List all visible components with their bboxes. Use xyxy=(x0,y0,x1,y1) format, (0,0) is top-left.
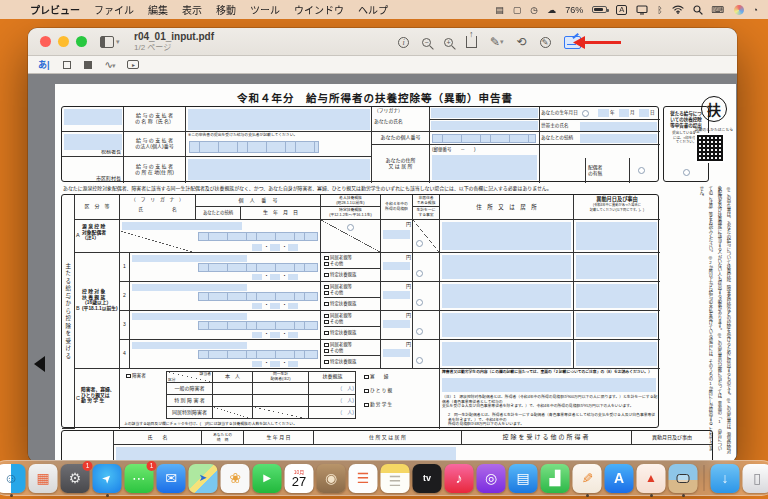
dock-pages[interactable]: ✎ xyxy=(573,464,602,493)
b-number-field[interactable] xyxy=(198,263,318,272)
document-area[interactable]: 令和４年分 給与所得者の扶養控除等（異動）申告書 所轄税務署長等 税務署長 市区… xyxy=(28,74,737,462)
b-birth-f[interactable] xyxy=(288,303,298,309)
checkbox-tokutei[interactable] xyxy=(324,302,329,307)
a-birth3[interactable] xyxy=(288,244,298,251)
rotate-button[interactable]: ⟲ xyxy=(517,35,527,49)
field-your-number[interactable] xyxy=(432,134,536,144)
menu-window[interactable]: ウインドウ xyxy=(294,2,344,17)
bluetooth-icon[interactable]: ᛒ xyxy=(657,5,662,15)
b-number-field[interactable] xyxy=(198,350,318,359)
dock-launchpad[interactable]: ▦ xyxy=(29,464,58,493)
checkbox-sonota[interactable] xyxy=(324,349,329,354)
checkbox-shogai[interactable] xyxy=(126,374,131,379)
dock-photos[interactable]: ❀ xyxy=(221,464,250,493)
b-birth-f[interactable] xyxy=(252,274,262,280)
b-income-field[interactable] xyxy=(383,320,410,328)
b-birth-f[interactable] xyxy=(270,303,280,309)
b-birth-f[interactable] xyxy=(288,274,298,280)
b-addr-field[interactable] xyxy=(442,313,571,337)
dock-facetime[interactable]: ▶ xyxy=(253,464,282,493)
a-idou-field[interactable] xyxy=(576,222,657,250)
c-cell[interactable] xyxy=(253,395,309,407)
menu-view[interactable]: 表示 xyxy=(182,2,202,17)
menu-edit[interactable]: 編集 xyxy=(148,2,168,17)
field-head[interactable] xyxy=(580,122,657,131)
field-payer-number[interactable] xyxy=(189,141,319,153)
a-field-name[interactable] xyxy=(122,222,242,230)
a-addr-field[interactable] xyxy=(442,222,571,250)
dock-numbers[interactable]: ▟ xyxy=(541,464,570,493)
a-birth2[interactable] xyxy=(270,244,280,251)
dock-podcasts[interactable]: ◎ xyxy=(477,464,506,493)
field-rel[interactable] xyxy=(580,134,657,143)
b-birth-f[interactable] xyxy=(270,274,280,280)
dock-rocket-app[interactable]: ▲ xyxy=(637,464,666,493)
field-birth-d[interactable] xyxy=(639,109,649,117)
c-cell[interactable]: （ 人) xyxy=(309,383,356,395)
field-tax-office[interactable] xyxy=(64,109,122,125)
window-manager-icon[interactable]: ▢ xyxy=(513,5,522,15)
b-number-field[interactable] xyxy=(198,321,318,330)
dock-apple-tv[interactable]: tv xyxy=(413,464,442,493)
birth-era-dropdown[interactable] xyxy=(582,110,589,117)
b-name-field[interactable] xyxy=(132,255,247,262)
dock-music[interactable]: ♪ xyxy=(445,464,474,493)
b-birth-f[interactable] xyxy=(288,332,298,338)
secondary-dropdown[interactable] xyxy=(683,169,690,176)
c-cell[interactable]: （ 人) xyxy=(309,395,356,407)
dock-mail[interactable]: ✉ xyxy=(157,464,186,493)
user-switch-icon[interactable] xyxy=(734,5,744,15)
display-icon[interactable] xyxy=(636,5,648,15)
text-field-tool[interactable]: あ| xyxy=(38,58,50,71)
rect-filled-tool[interactable] xyxy=(84,61,92,69)
checkbox-kinro[interactable] xyxy=(364,403,369,408)
zoom-out-button[interactable]: − xyxy=(422,38,431,47)
b-nonres-dd[interactable] xyxy=(416,328,423,335)
close-button[interactable] xyxy=(40,36,51,47)
share-button[interactable] xyxy=(466,36,477,48)
dock-keynote[interactable]: ▤ xyxy=(509,464,538,493)
markup-button[interactable]: ✎▾ xyxy=(490,35,504,49)
field-birth-y[interactable] xyxy=(598,109,609,117)
b-idou-field[interactable] xyxy=(576,313,657,337)
field-your-name[interactable] xyxy=(431,121,538,130)
spouse-dropdown[interactable] xyxy=(638,167,645,174)
b-addr-field[interactable] xyxy=(442,284,571,308)
checkbox-doukyo[interactable] xyxy=(324,343,329,348)
checkbox-tokutei[interactable] xyxy=(324,273,329,278)
dock-reminders[interactable]: ☰ xyxy=(349,464,378,493)
menu-app[interactable]: プレビュー xyxy=(30,2,80,17)
c-cell[interactable] xyxy=(213,383,253,395)
a-field-number[interactable] xyxy=(198,232,318,241)
b-birth-f[interactable] xyxy=(288,361,298,367)
b-birth-f[interactable] xyxy=(270,361,280,367)
clock-icon[interactable]: ◷ xyxy=(530,5,538,15)
input-source-icon[interactable]: A xyxy=(616,5,627,15)
a-birth1[interactable] xyxy=(252,244,262,251)
form-fields-toggle[interactable]: ▸ xyxy=(127,60,139,69)
autofill-button[interactable]: ✎ xyxy=(540,37,551,48)
checkbox-hitori[interactable] xyxy=(364,389,369,394)
c-cell[interactable] xyxy=(213,395,253,407)
wifi-icon[interactable] xyxy=(672,5,684,14)
checkbox-doukyo[interactable] xyxy=(324,256,329,261)
field-payer-name[interactable] xyxy=(188,109,370,130)
dock-finder[interactable]: ☺ xyxy=(0,464,26,493)
b-nonres-dd[interactable] xyxy=(416,357,423,364)
d-field[interactable] xyxy=(116,447,456,461)
b-idou-field[interactable] xyxy=(576,284,657,308)
b-birth-f[interactable] xyxy=(252,332,262,338)
b-nonres-dd[interactable] xyxy=(416,270,423,277)
b-name-field[interactable] xyxy=(132,313,247,320)
menu-file[interactable]: ファイル xyxy=(94,2,134,17)
c-cell[interactable] xyxy=(253,383,309,395)
minimize-button[interactable] xyxy=(58,36,69,47)
field-payer-addr[interactable] xyxy=(188,159,370,180)
b-idou-field[interactable] xyxy=(576,255,657,279)
b-name-field[interactable] xyxy=(132,284,247,291)
checkbox-sonota[interactable] xyxy=(324,291,329,296)
stats-icon[interactable]: ▤ xyxy=(495,5,504,15)
dock-system-settings[interactable]: ⚙1 xyxy=(61,464,90,493)
b-birth-f[interactable] xyxy=(252,361,262,367)
b-birth-f[interactable] xyxy=(252,303,262,309)
